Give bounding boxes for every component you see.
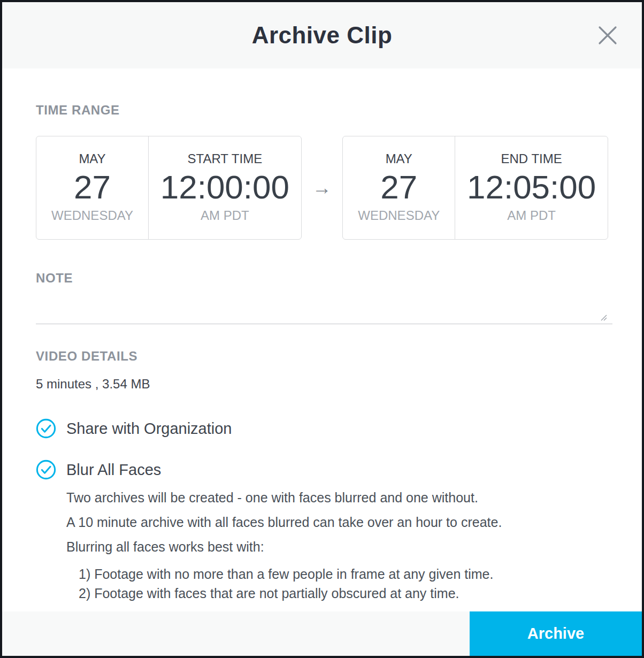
info-list-item: 1) Footage with no more than a few peopl… [79,564,608,584]
arrow-right-icon: → [302,178,343,197]
start-meridiem: AM PDT [201,208,249,223]
modal-footer: Archive [2,611,642,656]
close-icon [595,22,620,48]
archive-button[interactable]: Archive [470,611,642,656]
option-label: Blur All Faces [66,461,161,479]
start-datetime-card: MAY 27 WEDNESDAY START TIME 12:00:00 AM … [36,136,302,240]
option-label: Share with Organization [66,420,232,438]
start-date-picker[interactable]: MAY 27 WEDNESDAY [36,136,149,239]
start-time-value: 12:00:00 [160,171,289,204]
note-field-wrap [36,290,608,324]
info-line: Two archives will be created - one with … [66,491,608,504]
time-range-row: MAY 27 WEDNESDAY START TIME 12:00:00 AM … [36,136,608,240]
note-section: NOTE [36,271,608,324]
end-time-label: END TIME [501,151,562,166]
blur-faces-info: Two archives will be created - one with … [66,491,608,603]
resize-grip-icon[interactable] [599,312,607,321]
info-line: A 10 minute archive with all faces blurr… [66,515,608,529]
end-time-value: 12:05:00 [467,171,596,204]
option-share-with-organization[interactable]: Share with Organization [36,418,608,439]
video-details-section: VIDEO DETAILS 5 minutes , 3.54 MB [36,349,608,392]
start-month: MAY [79,151,105,166]
info-line: Blurring all faces works best with: [66,540,608,554]
info-list-item: 2) Footage with faces that are not parti… [79,584,608,603]
start-time-picker[interactable]: START TIME 12:00:00 AM PDT [149,136,301,239]
info-list: 1) Footage with no more than a few peopl… [79,564,608,603]
video-details-summary: 5 minutes , 3.54 MB [36,377,608,392]
modal-body: TIME RANGE MAY 27 WEDNESDAY START TIME 1… [2,68,642,611]
checkbox-checked-icon [36,460,56,480]
close-button[interactable] [593,20,623,50]
end-day: 27 [380,171,417,204]
option-blur-all-faces[interactable]: Blur All Faces [36,460,608,480]
checkbox-checked-icon [36,418,56,439]
note-input[interactable] [36,290,612,324]
end-date-picker[interactable]: MAY 27 WEDNESDAY [343,136,455,239]
end-datetime-card: MAY 27 WEDNESDAY END TIME 12:05:00 AM PD… [342,136,608,240]
start-time-label: START TIME [188,151,263,166]
start-weekday: WEDNESDAY [51,208,133,223]
note-label: NOTE [36,271,608,286]
end-weekday: WEDNESDAY [358,208,440,223]
end-month: MAY [386,151,412,166]
modal-header: Archive Clip [2,2,642,68]
page-title: Archive Clip [252,22,393,49]
archive-clip-modal: Archive Clip TIME RANGE MAY 27 WEDNESDAY… [0,0,644,658]
start-day: 27 [74,171,111,204]
end-time-picker[interactable]: END TIME 12:05:00 AM PDT [455,136,608,239]
end-meridiem: AM PDT [507,208,556,223]
options-list: Share with Organization Blur All Faces T… [36,418,608,603]
video-details-label: VIDEO DETAILS [36,349,608,364]
time-range-label: TIME RANGE [36,103,608,118]
